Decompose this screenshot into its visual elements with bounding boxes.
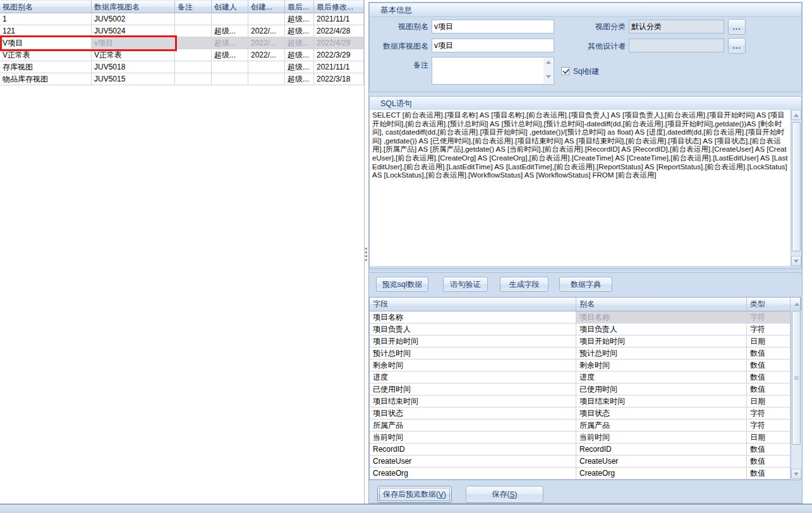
other-designer-input[interactable] — [629, 39, 724, 52]
grid-cell[interactable]: 已使用时间 — [370, 383, 576, 395]
grid-cell[interactable]: 所属产品 — [576, 419, 747, 432]
table-row[interactable]: 项目状态 项目状态 字符 — [370, 407, 801, 419]
table-row[interactable]: 当前时间 当前时间 日期 — [370, 432, 801, 444]
grid-cell[interactable]: 2021/11/1 — [314, 13, 364, 25]
grid-cell[interactable]: 项目状态 — [576, 407, 747, 419]
grid-cell[interactable]: 字符 — [747, 407, 791, 419]
grid-cell[interactable] — [212, 73, 248, 85]
table-row[interactable]: 已使用时间 已使用时间 数值 — [370, 383, 801, 395]
preview-sql-data-button[interactable]: 预览sql数据 — [376, 277, 428, 292]
grid-cell[interactable] — [248, 13, 285, 25]
fields-grid-scrollbar[interactable] — [791, 311, 801, 479]
table-row[interactable]: 预计总时间 预计总时间 数值 — [370, 347, 801, 359]
grid-cell[interactable]: JUV5018 — [92, 61, 175, 73]
grid-cell[interactable]: 超级... — [212, 25, 248, 37]
column-header-note[interactable]: 备注 — [175, 0, 212, 13]
view-category-browse-button[interactable]: ... — [728, 19, 746, 35]
scroll-up-icon[interactable] — [546, 61, 551, 64]
grid-cell[interactable]: 121 — [0, 25, 92, 37]
grid-cell-edit[interactable]: 项目名称 — [370, 311, 576, 323]
table-row[interactable]: 121 JUV5024 超级... 2022/... 超级... 2022/4/… — [0, 25, 364, 37]
sql-editor[interactable]: SELECT [前台表运用].[项目名称] AS [项目名称],[前台表运用].… — [370, 110, 791, 266]
grid-cell[interactable]: JUV5002 — [92, 13, 175, 25]
grid-cell[interactable]: 数值 — [747, 383, 791, 395]
scroll-up-icon[interactable] — [791, 110, 801, 120]
grid-cell[interactable]: V正常表 — [0, 49, 92, 61]
save-button[interactable]: 保存(S) — [466, 486, 543, 503]
grid-cell[interactable] — [212, 13, 248, 25]
table-row[interactable]: CreateOrg CreateOrg 数值 — [370, 468, 801, 480]
grid-cell[interactable]: 1 — [0, 13, 92, 25]
grid-cell[interactable]: 剩余时间 — [576, 359, 747, 371]
grid-cell[interactable]: 2022/3/18 — [314, 73, 364, 85]
grid-cell[interactable]: 超级... — [285, 61, 314, 73]
table-row[interactable]: 项目负责人 项目负责人 字符 — [370, 323, 801, 335]
scrollbar-thumb[interactable] — [792, 311, 801, 445]
grid-cell[interactable]: 项目开始时间 — [576, 335, 747, 347]
grid-cell[interactable]: 所属产品 — [370, 419, 576, 432]
scrollbar-thumb[interactable] — [792, 122, 801, 251]
note-scrollbar[interactable] — [543, 58, 553, 83]
sql-create-checkbox[interactable] — [561, 67, 569, 75]
column-header-db-view-name[interactable]: 数据库视图名 — [92, 0, 175, 13]
generate-fields-button[interactable]: 生成字段 — [500, 277, 548, 292]
grid-cell[interactable] — [175, 49, 212, 61]
grid-cell[interactable]: 项目结束时间 — [576, 395, 747, 407]
grid-cell[interactable]: 字符 — [747, 323, 791, 335]
grid-cell[interactable]: 日期 — [747, 432, 791, 444]
scroll-down-icon[interactable] — [791, 256, 801, 266]
grid-cell[interactable]: CreateOrg — [576, 468, 747, 480]
table-row[interactable]: CreateUser CreateUser 数值 — [370, 456, 801, 468]
table-row[interactable]: 所属产品 所属产品 字符 — [370, 419, 801, 432]
table-row[interactable]: 1 JUV5002 超级... 2021/11/1 — [0, 13, 364, 25]
grid-cell[interactable]: 项目结束时间 — [370, 395, 576, 407]
table-row[interactable]: 进度 进度 数值 — [370, 371, 801, 383]
table-row[interactable]: 项目开始时间 项目开始时间 日期 — [370, 335, 801, 347]
grid-cell[interactable] — [175, 73, 212, 85]
view-category-input[interactable]: 默认分类 — [629, 20, 724, 33]
grid-cell[interactable]: RecordID — [576, 444, 747, 456]
grid-cell[interactable]: 超级... — [285, 25, 314, 37]
column-header-last-editor[interactable]: 最后... — [285, 0, 314, 13]
view-alias-input[interactable]: v项目 — [432, 20, 554, 33]
grid-cell[interactable]: 当前时间 — [370, 432, 576, 444]
grid-cell[interactable] — [175, 37, 212, 49]
fields-scroll-up[interactable] — [791, 298, 801, 311]
table-row[interactable]: 项目结束时间 项目结束时间 日期 — [370, 395, 801, 407]
grid-cell[interactable]: 已使用时间 — [576, 383, 747, 395]
column-header-creator[interactable]: 创建人 — [212, 0, 248, 13]
sql-editor-scrollbar[interactable] — [791, 110, 801, 266]
grid-cell[interactable]: 项目负责人 — [576, 323, 747, 335]
grid-cell[interactable]: 日期 — [747, 395, 791, 407]
other-designer-browse-button[interactable]: ... — [728, 38, 746, 54]
save-and-preview-button[interactable]: 保存后预览数据(V) — [377, 486, 452, 503]
column-header-last-modified[interactable]: 最后修改... — [314, 0, 364, 13]
splitter-grip-icon[interactable] — [365, 248, 368, 261]
grid-cell[interactable]: JUV5015 — [92, 73, 175, 85]
grid-cell[interactable]: 物品库存视图 — [0, 73, 92, 85]
scroll-down-icon[interactable] — [546, 75, 551, 78]
grid-cell[interactable]: 字符 — [747, 311, 791, 323]
grid-cell[interactable]: 超级... — [285, 37, 314, 49]
grid-cell[interactable]: V正常表 — [92, 49, 175, 61]
table-row[interactable]: V正常表 V正常表 超级... 2022/... 超级... 2022/3/29 — [0, 49, 364, 61]
grid-cell[interactable]: 超级... — [212, 49, 248, 61]
grid-cell[interactable] — [212, 61, 248, 73]
column-header-field[interactable]: 字段 — [370, 298, 576, 311]
grid-cell[interactable] — [175, 25, 212, 37]
validate-statement-button[interactable]: 语句验证 — [443, 277, 488, 292]
grid-cell[interactable]: 日期 — [747, 335, 791, 347]
grid-cell[interactable]: 存库视图 — [0, 61, 92, 73]
table-row[interactable]: RecordID RecordID 数值 — [370, 444, 801, 456]
grid-cell[interactable]: 字符 — [747, 419, 791, 432]
grid-cell[interactable]: 项目状态 — [370, 407, 576, 419]
grid-cell[interactable]: CreateUser — [576, 456, 747, 468]
table-row-selected[interactable]: V项目 v项目 超级... 2022/... 超级... 2022/4/29 — [0, 37, 364, 49]
grid-cell[interactable]: 2021/11/1 — [314, 61, 364, 73]
grid-cell[interactable]: 项目负责人 — [370, 323, 576, 335]
grid-cell[interactable]: 2022/4/29 — [314, 37, 364, 49]
table-row[interactable]: 剩余时间 剩余时间 数值 — [370, 359, 801, 371]
grid-cell[interactable]: 2022/... — [248, 25, 285, 37]
grid-cell[interactable]: 剩余时间 — [370, 359, 576, 371]
grid-cell[interactable]: 超级... — [285, 13, 314, 25]
